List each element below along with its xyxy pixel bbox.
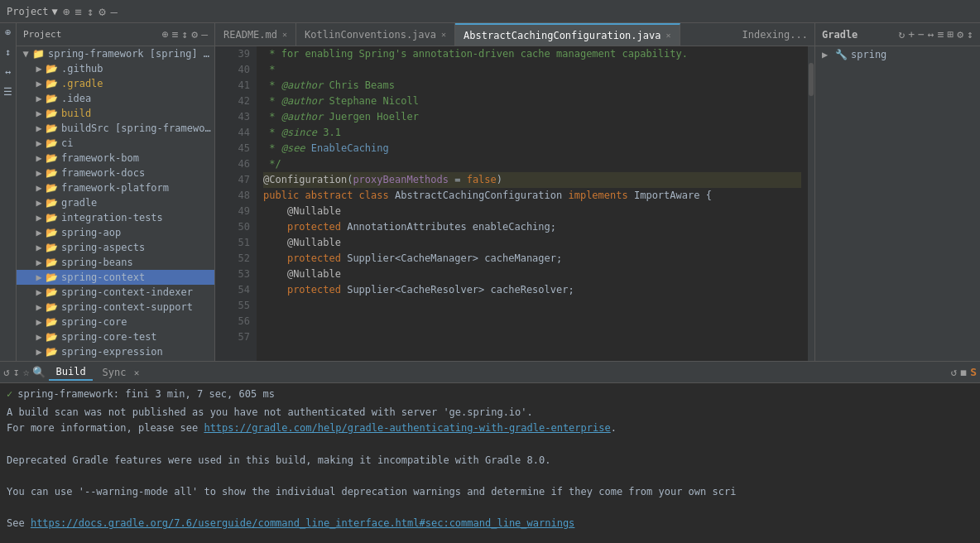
root-arrow-icon: ▼ — [20, 48, 31, 60]
bottom-tab-sync[interactable]: Sync ✕ — [96, 365, 147, 380]
settings-icon[interactable]: ⚙ — [98, 5, 105, 18]
close-icon[interactable]: ✕ — [441, 30, 446, 39]
item-label: spring-context-indexer — [61, 286, 193, 298]
item-label: spring-core-test — [61, 331, 157, 343]
gradle-spring-item[interactable]: ▶ 🔧 spring — [815, 46, 980, 63]
tree-item-spring-aop[interactable]: ▶ 📂 spring-aop — [17, 225, 214, 240]
tree-item-spring-beans[interactable]: ▶ 📂 spring-beans — [17, 255, 214, 270]
left-icon-4[interactable]: ☰ — [3, 86, 12, 98]
output-line-blank-2 — [7, 469, 973, 484]
tree-item-spring-aspects[interactable]: ▶ 📂 spring-aspects — [17, 240, 214, 255]
gradle-refresh-icon[interactable]: ↻ — [898, 28, 905, 41]
close-icon[interactable]: ✕ — [665, 31, 670, 40]
gradle-link-icon[interactable]: ↔ — [928, 28, 934, 41]
item-label: framework-bom — [61, 152, 139, 164]
sync-icon[interactable]: ⊕ — [63, 5, 70, 18]
bottom-icon-arrow[interactable]: ↧ — [13, 366, 20, 378]
build-status: ✓ spring-framework: fini 3 min, 7 sec, 6… — [7, 387, 973, 401]
bottom-icon-search[interactable]: 🔍 — [32, 366, 46, 378]
folder-icon: 📂 — [45, 123, 58, 134]
tab-readme[interactable]: README.md ✕ — [215, 23, 296, 46]
bottom-icon-1[interactable]: ↺ — [951, 366, 958, 378]
left-icon-3[interactable]: ↔ — [5, 66, 11, 78]
status-ok-icon: ✓ — [7, 388, 12, 400]
tree-item-spring-core-test[interactable]: ▶ 📂 spring-core-test — [17, 329, 214, 344]
sidebar-icon-2[interactable]: ≡ — [172, 28, 179, 41]
scrollbar-thumb — [809, 63, 814, 96]
list-icon[interactable]: ≡ — [74, 5, 81, 18]
code-editor[interactable]: 39 40 41 42 43 44 45 46 47 48 49 50 51 5… — [215, 46, 814, 361]
item-label: spring-context-support — [61, 301, 193, 313]
tab-abstract-caching[interactable]: AbstractCachingConfiguration.java ✕ — [455, 23, 680, 46]
sidebar-icon-5[interactable]: — — [201, 28, 208, 41]
tree-root[interactable]: ▼ 📁 spring-framework [spring] D:\Users\ — [17, 46, 214, 61]
gradle-arrow-icon: ▶ — [822, 49, 832, 60]
sync-close-icon[interactable]: ✕ — [134, 368, 140, 378]
tree-item-spring-context[interactable]: ▶ 📂 spring-context — [17, 270, 214, 285]
item-label: spring-beans — [61, 257, 133, 268]
line-num-45: 45 — [222, 141, 250, 156]
tree-item-spring-expression[interactable]: ▶ 📂 spring-expression — [17, 344, 214, 359]
item-arrow-icon: ▶ — [33, 331, 45, 343]
code-line-43: * @author Juergen Hoeller — [263, 109, 801, 125]
tab-label: AbstractCachingConfiguration.java — [464, 30, 661, 41]
tree-item-idea[interactable]: ▶ 📂 .idea — [17, 91, 214, 106]
gradle-list-icon[interactable]: ≡ — [938, 28, 944, 41]
gradle-settings-icon[interactable]: ⚙ — [957, 28, 963, 41]
tree-item-integration-tests[interactable]: ▶ 📂 integration-tests — [17, 210, 214, 225]
gradle-expand-icon[interactable]: ⊞ — [948, 28, 954, 41]
editor-tab-bar: README.md ✕ KotlinConventions.java ✕ Abs… — [215, 23, 814, 46]
minimize-icon[interactable]: — — [111, 5, 118, 18]
build-status-text: spring-framework: fini 3 min, 7 sec, 605… — [17, 388, 275, 400]
tree-item-ci[interactable]: ▶ 📂 ci — [17, 136, 214, 151]
bottom-icon-3[interactable]: S — [970, 366, 977, 378]
bottom-icon-star[interactable]: ☆ — [23, 366, 30, 378]
line-num-39: 39 — [222, 46, 250, 62]
item-arrow-icon: ▶ — [33, 242, 45, 253]
left-icon-2[interactable]: ↕ — [5, 46, 11, 58]
folder-icon: 📂 — [45, 242, 58, 253]
scrollbar[interactable] — [808, 46, 814, 361]
link-gradle-enterprise[interactable]: https://gradle.com/help/gradle-authentic… — [204, 422, 610, 434]
sort-icon[interactable]: ↕ — [87, 5, 94, 18]
line-numbers: 39 40 41 42 43 44 45 46 47 48 49 50 51 5… — [215, 46, 257, 361]
bottom-tab-build[interactable]: Build — [49, 364, 92, 381]
project-dropdown[interactable]: Project ▼ — [7, 6, 58, 17]
tree-item-framework-docs[interactable]: ▶ 📂 framework-docs — [17, 166, 214, 180]
tree-item-github[interactable]: ▶ 📂 .github — [17, 61, 214, 76]
tab-kotlin[interactable]: KotlinConventions.java ✕ — [296, 23, 455, 46]
gradle-remove-icon[interactable]: − — [918, 28, 925, 41]
line-num-44: 44 — [222, 125, 250, 141]
tree-item-spring-core[interactable]: ▶ 📂 spring-core — [17, 315, 214, 329]
bottom-icon-2[interactable]: ◼ — [960, 366, 967, 378]
sidebar-icon-3[interactable]: ↕ — [182, 28, 189, 41]
gradle-title: Gradle — [822, 29, 858, 41]
sidebar-icon-1[interactable]: ⊕ — [162, 28, 169, 41]
sidebar-title: Project — [23, 29, 61, 40]
tree-item-framework-bom[interactable]: ▶ 📂 framework-bom — [17, 151, 214, 166]
code-line-48: public abstract class AbstractCachingCon… — [263, 188, 801, 204]
item-arrow-icon: ▶ — [33, 212, 45, 223]
tree-item-spring-context-support[interactable]: ▶ 📂 spring-context-support — [17, 300, 214, 315]
tree-item-gradle-dir[interactable]: ▶ 📂 gradle — [17, 195, 214, 210]
item-label: spring-aspects — [61, 242, 145, 253]
tree-item-framework-platform[interactable]: ▶ 📂 framework-platform — [17, 180, 214, 195]
bottom-icon-refresh[interactable]: ↺ — [3, 366, 10, 378]
tree-item-build[interactable]: ▶ 📂 build — [17, 106, 214, 121]
item-label: spring-context — [61, 272, 145, 283]
item-arrow-icon: ▶ — [33, 182, 45, 194]
line-num-43: 43 — [222, 109, 250, 125]
link-docs-gradle[interactable]: https://docs.gradle.org/7.6/userguide/co… — [31, 517, 574, 529]
tree-item-gradle[interactable]: ▶ 📂 .gradle — [17, 76, 214, 91]
close-icon[interactable]: ✕ — [282, 30, 287, 39]
bottom-toolbar-icons: ↺ ◼ S — [951, 366, 977, 378]
sidebar-icon-4[interactable]: ⚙ — [191, 28, 198, 41]
left-icon-1[interactable]: ⊕ — [5, 26, 11, 38]
folder-icon: 📂 — [45, 137, 58, 149]
tree-item-spring-context-indexer[interactable]: ▶ 📂 spring-context-indexer — [17, 285, 214, 300]
tree-item-buildsrc[interactable]: ▶ 📂 buildSrc [spring-framework.build — [17, 121, 214, 136]
gradle-sort-icon[interactable]: ↕ — [967, 28, 973, 41]
line-num-52: 52 — [222, 251, 250, 267]
gradle-add-icon[interactable]: + — [908, 28, 915, 41]
item-label: spring-core — [61, 316, 127, 328]
